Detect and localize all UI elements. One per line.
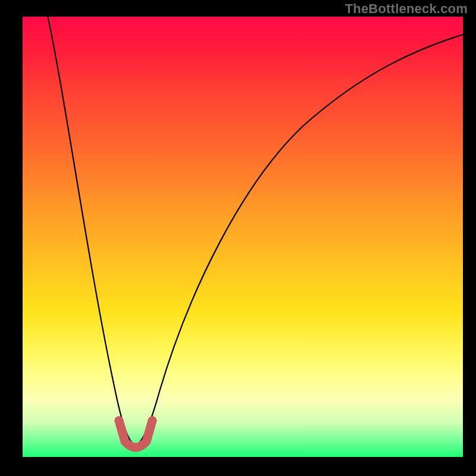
marker-dot-left-top xyxy=(115,416,124,425)
plot-area xyxy=(23,17,463,457)
marker-dot-right-top xyxy=(148,416,157,425)
outer-frame: TheBottleneck.com xyxy=(0,0,476,476)
watermark-text: TheBottleneck.com xyxy=(345,1,468,17)
chart-svg xyxy=(23,17,463,457)
marker-dot-left-mid xyxy=(118,427,127,436)
marker-dot-right-mid xyxy=(145,427,154,436)
bottleneck-curve xyxy=(45,17,463,445)
